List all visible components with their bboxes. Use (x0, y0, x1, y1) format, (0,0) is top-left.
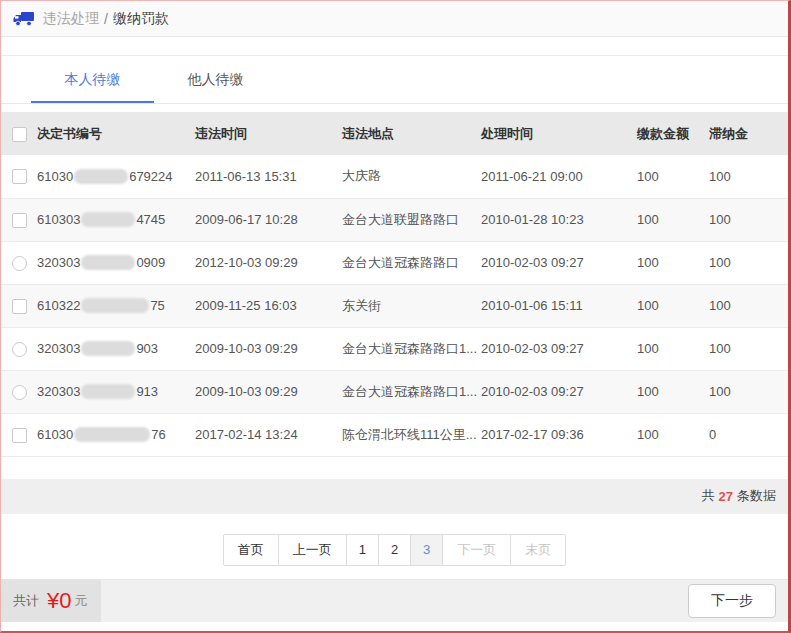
location-cell: 陈仓渭北环线111公里... (342, 413, 481, 456)
count-prefix: 共 (702, 487, 715, 505)
breadcrumb-section: 违法处理 (43, 10, 99, 28)
last-page-button[interactable]: 末页 (510, 535, 565, 565)
decision-no-cell: 61030679224 (37, 155, 195, 198)
violations-table: 决定书编号 违法时间 违法地点 处理时间 缴款金额 滞纳金 6103067922… (1, 112, 788, 457)
late-fee-cell: 100 (709, 241, 788, 284)
location-cell: 金台大道冠森路路口1... (342, 370, 481, 413)
location-cell: 大庆路 (342, 155, 481, 198)
table-header-row: 决定书编号 违法时间 违法地点 处理时间 缴款金额 滞纳金 (1, 112, 788, 155)
location-cell: 东关街 (342, 284, 481, 327)
late-fee-cell: 0 (709, 413, 788, 456)
breadcrumb-current: 缴纳罚款 (113, 10, 169, 28)
late-fee-cell: 100 (709, 198, 788, 241)
total-unit: 元 (74, 592, 87, 610)
row-radio[interactable] (12, 342, 27, 357)
page-button-1[interactable]: 1 (346, 535, 378, 565)
total-box: 共计 ¥0 元 (1, 580, 101, 622)
location-cell: 金台大道冠森路路口1... (342, 327, 481, 370)
pagination: 首页 上一页 1 2 3 下一页 末页 (223, 534, 567, 566)
tab-others-pending[interactable]: 他人待缴 (154, 56, 277, 103)
redacted-text (81, 384, 135, 399)
amount-cell: 100 (637, 198, 709, 241)
process-time-cell: 2010-01-28 10:23 (481, 198, 637, 241)
amount-cell: 100 (637, 155, 709, 198)
page-button-3-current[interactable]: 3 (410, 535, 442, 565)
col-header-violation-time: 违法时间 (195, 112, 342, 155)
next-page-button[interactable]: 下一页 (442, 535, 510, 565)
late-fee-cell: 100 (709, 327, 788, 370)
total-label: 共计 (13, 592, 39, 610)
record-count: 27 (719, 489, 733, 504)
late-fee-cell: 100 (709, 370, 788, 413)
process-time-cell: 2011-06-21 09:00 (481, 155, 637, 198)
next-step-button[interactable]: 下一步 (688, 584, 776, 618)
table-row: 6103034745 2009-06-17 10:28 金台大道联盟路路口 20… (1, 198, 788, 241)
col-header-location: 违法地点 (342, 112, 481, 155)
violation-time-cell: 2012-10-03 09:29 (195, 241, 342, 284)
col-header-late-fee: 滞纳金 (709, 112, 788, 155)
process-time-cell: 2017-02-17 09:36 (481, 413, 637, 456)
location-cell: 金台大道冠森路路口 (342, 241, 481, 284)
count-suffix: 条数据 (737, 487, 776, 505)
total-amount: ¥0 (47, 588, 71, 614)
amount-cell: 100 (637, 284, 709, 327)
row-checkbox[interactable] (12, 213, 27, 228)
col-header-amount: 缴款金额 (637, 112, 709, 155)
late-fee-cell: 100 (709, 284, 788, 327)
select-all-checkbox[interactable] (12, 127, 27, 142)
amount-cell: 100 (637, 370, 709, 413)
first-page-button[interactable]: 首页 (224, 535, 278, 565)
decision-no-cell: 3203030909 (37, 241, 195, 284)
col-header-decision-no: 决定书编号 (37, 112, 195, 155)
process-time-cell: 2010-01-06 15:11 (481, 284, 637, 327)
late-fee-cell: 100 (709, 155, 788, 198)
redacted-text (81, 341, 135, 356)
page-button-2[interactable]: 2 (378, 535, 410, 565)
redacted-text (74, 427, 150, 442)
row-radio[interactable] (12, 256, 27, 271)
pagination-container: 首页 上一页 1 2 3 下一页 末页 (1, 534, 788, 566)
table-row: 61030679224 2011-06-13 15:31 大庆路 2011-06… (1, 155, 788, 198)
process-time-cell: 2010-02-03 09:27 (481, 370, 637, 413)
redacted-text (81, 255, 135, 270)
table-row: 6103076 2017-02-14 13:24 陈仓渭北环线111公里... … (1, 413, 788, 456)
redacted-text (81, 298, 149, 313)
violation-time-cell: 2009-11-25 16:03 (195, 284, 342, 327)
decision-no-cell: 6103034745 (37, 198, 195, 241)
record-count-band: 共 27 条数据 (1, 479, 788, 514)
row-checkbox[interactable] (12, 169, 27, 184)
amount-cell: 100 (637, 327, 709, 370)
row-checkbox[interactable] (12, 299, 27, 314)
process-time-cell: 2010-02-03 09:27 (481, 241, 637, 284)
redacted-text (74, 169, 128, 184)
decision-no-cell: 6103076 (37, 413, 195, 456)
decision-no-cell: 320303913 (37, 370, 195, 413)
decision-no-cell: 320303903 (37, 327, 195, 370)
table-row: 320303903 2009-10-03 09:29 金台大道冠森路路口1...… (1, 327, 788, 370)
row-radio[interactable] (12, 385, 27, 400)
prev-page-button[interactable]: 上一页 (278, 535, 346, 565)
tab-bar: 本人待缴 他人待缴 (1, 55, 788, 104)
violation-time-cell: 2011-06-13 15:31 (195, 155, 342, 198)
col-header-process-time: 处理时间 (481, 112, 637, 155)
bottom-action-bar: 共计 ¥0 元 下一步 (1, 579, 788, 622)
truck-icon (13, 11, 35, 27)
redacted-text (81, 212, 135, 227)
location-cell: 金台大道联盟路路口 (342, 198, 481, 241)
decision-no-cell: 61032275 (37, 284, 195, 327)
tab-self-pending[interactable]: 本人待缴 (31, 56, 154, 103)
violation-time-cell: 2009-10-03 09:29 (195, 370, 342, 413)
amount-cell: 100 (637, 413, 709, 456)
violation-time-cell: 2009-06-17 10:28 (195, 198, 342, 241)
violation-time-cell: 2017-02-14 13:24 (195, 413, 342, 456)
table-row: 61032275 2009-11-25 16:03 东关街 2010-01-06… (1, 284, 788, 327)
row-checkbox[interactable] (12, 428, 27, 443)
violation-time-cell: 2009-10-03 09:29 (195, 327, 342, 370)
title-bar: 违法处理 / 缴纳罚款 (1, 1, 788, 37)
table-row: 3203030909 2012-10-03 09:29 金台大道冠森路路口 20… (1, 241, 788, 284)
process-time-cell: 2010-02-03 09:27 (481, 327, 637, 370)
amount-cell: 100 (637, 241, 709, 284)
breadcrumb-separator: / (104, 11, 108, 27)
table-row: 320303913 2009-10-03 09:29 金台大道冠森路路口1...… (1, 370, 788, 413)
